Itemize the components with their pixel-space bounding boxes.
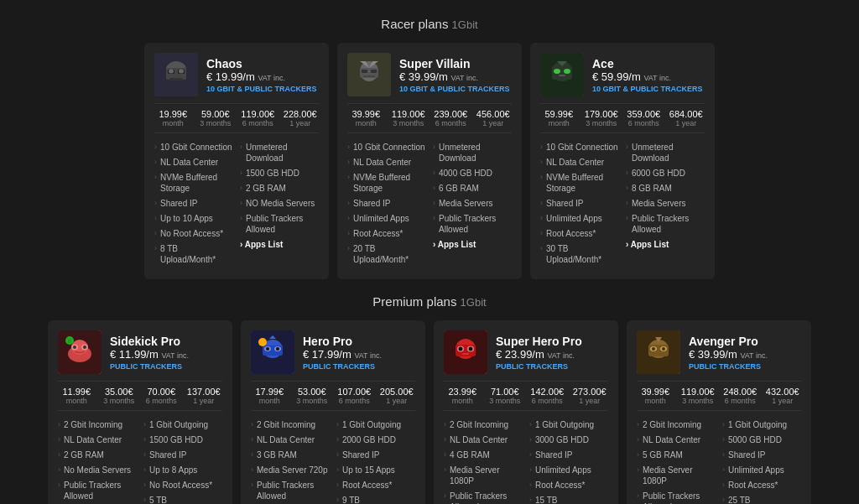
- pricing-cell-superhero-0[interactable]: 23.99€month: [444, 387, 482, 405]
- feature-right-chaos-3: › NO Media Servers: [240, 198, 319, 209]
- features-right-avenger: › 1 Gbit Outgoing› 5000 GB HDD› Shared I…: [722, 419, 801, 504]
- plan-price-sidekick: € 11.99/m VAT inc.: [110, 348, 222, 361]
- pricing-cell-avenger-1[interactable]: 119.00€3 months: [679, 387, 717, 405]
- features-left-hero: › 2 Gbit Incoming› NL Data Center› 3 GB …: [251, 419, 330, 504]
- pricing-cell-ace-1[interactable]: 179.00€3 months: [583, 109, 621, 127]
- feature-text: 5 TB Upload/Month*: [149, 495, 222, 504]
- pricing-cell-superhero-1[interactable]: 71.00€3 months: [487, 387, 524, 405]
- arrow-icon: ›: [336, 465, 339, 475]
- feature-text: No Root Access*: [149, 480, 212, 491]
- feature-right-superhero-3: › Unlimited Apps: [529, 465, 608, 475]
- plan-card-hero: Hero Pro€ 17.99/m VAT inc.PUBLIC TRACKER…: [241, 320, 425, 504]
- plan-badge-avenger: PUBLIC TRACKERS: [689, 362, 801, 371]
- pricing-cell-chaos-3[interactable]: 228.00€1 year: [282, 109, 320, 127]
- pricing-cell-sidekick-2[interactable]: 70.00€6 months: [143, 387, 180, 405]
- feature-text: Unmetered Download: [246, 142, 319, 164]
- plan-badge-hero: PUBLIC TRACKERS: [303, 362, 415, 371]
- arrow-icon: ›: [444, 491, 446, 501]
- feature-text: No Root Access*: [160, 228, 223, 239]
- svg-rect-13: [362, 70, 367, 73]
- arrow-icon: ›: [240, 214, 242, 224]
- pricing-cell-hero-3[interactable]: 205.00€1 year: [378, 387, 416, 405]
- pricing-cell-sidekick-3[interactable]: 137.00€1 year: [185, 387, 223, 405]
- feature-left-avenger-2: › 5 GB RAM: [637, 449, 716, 460]
- pricing-cell-sidekick-0[interactable]: 11.99€month: [58, 387, 96, 405]
- svg-rect-49: [462, 353, 469, 355]
- feature-right-hero-3: › Up to 15 Apps: [336, 465, 415, 475]
- feature-text: 1 Gbit Outgoing: [149, 419, 208, 430]
- feature-left-ace-6: › 30 TB Upload/Month*: [540, 243, 619, 265]
- arrow-icon: ›: [58, 465, 60, 475]
- features-right-hero: › 1 Gbit Outgoing› 2000 GB HDD› Shared I…: [336, 419, 415, 504]
- arrow-icon: ›: [347, 229, 350, 239]
- svg-point-38: [276, 347, 279, 351]
- plan-avatar-avenger: [637, 330, 680, 374]
- feature-text: NL Data Center: [643, 434, 700, 445]
- racer-plans-grid: Chaos€ 19.99/m VAT inc.10 GBIT & PUBLIC …: [8, 43, 851, 279]
- pricing-cell-superhero-3[interactable]: 273.00€1 year: [571, 387, 609, 405]
- feature-text: 8 GB RAM: [632, 183, 672, 194]
- plan-card-ace: Ace€ 59.99/m VAT inc.10 GBIT & PUBLIC TR…: [530, 43, 715, 279]
- features-grid-sidekick: › 2 Gbit Incoming› NL Data Center› 2 GB …: [58, 419, 222, 504]
- pricing-cell-villain-2[interactable]: 239.00€6 months: [432, 109, 470, 127]
- apps-list-link-right-ace[interactable]: › Apps List: [626, 239, 669, 250]
- feature-text: 2 Gbit Incoming: [450, 419, 508, 430]
- arrow-icon: ›: [637, 435, 639, 445]
- pricing-cell-ace-3[interactable]: 684.00€1 year: [668, 109, 705, 127]
- pricing-cell-hero-2[interactable]: 107.00€6 months: [336, 387, 373, 405]
- racer-title: Racer plans 1Gbit: [8, 17, 851, 31]
- feature-right-ace-0: › Unmetered Download: [626, 142, 705, 164]
- feature-right-villain-1: › 4000 GB HDD: [433, 168, 512, 179]
- feature-right-superhero-1: › 3000 GB HDD: [529, 434, 608, 445]
- arrow-icon: ›: [433, 214, 435, 224]
- feature-left-ace-3: › Shared IP: [540, 198, 619, 209]
- pricing-cell-chaos-1[interactable]: 59.00€3 months: [197, 109, 235, 127]
- feature-left-chaos-3: › Shared IP: [154, 198, 233, 209]
- feature-text: 6000 GB HDD: [632, 168, 685, 179]
- pricing-cell-chaos-0[interactable]: 19.99€month: [154, 109, 192, 127]
- feature-text: 2000 GB HDD: [342, 434, 396, 445]
- feature-text: Shared IP: [160, 198, 197, 209]
- plan-info-villain: Super Villain€ 39.99/m VAT inc.10 GBIT &…: [399, 57, 512, 93]
- feature-text: 10 Gbit Connection: [546, 142, 618, 153]
- feature-right-hero-2: › Shared IP: [336, 449, 415, 460]
- pricing-row-sidekick: 11.99€month35.00€3 months70.00€6 months1…: [58, 381, 222, 411]
- pricing-cell-hero-0[interactable]: 17.99€month: [251, 387, 289, 405]
- feature-right-avenger-4: › Root Access*: [722, 480, 801, 491]
- plan-badge-chaos: 10 GBIT & PUBLIC TRACKERS: [206, 85, 319, 93]
- pricing-cell-avenger-0[interactable]: 39.99€month: [637, 387, 674, 405]
- plan-avatar-superhero: [444, 330, 487, 374]
- feature-text: Root Access*: [353, 228, 403, 239]
- arrow-icon: ›: [433, 199, 435, 209]
- feature-left-sidekick-2: › 2 GB RAM: [58, 449, 137, 460]
- feature-left-avenger-1: › NL Data Center: [637, 434, 716, 445]
- apps-list-link-right-chaos[interactable]: › Apps List: [240, 239, 283, 250]
- pricing-cell-avenger-2[interactable]: 248.00€6 months: [721, 387, 759, 405]
- feature-left-villain-3: › Shared IP: [347, 198, 426, 209]
- pricing-cell-avenger-3[interactable]: 432.00€1 year: [764, 387, 802, 405]
- plan-card-avenger: Avenger Pro€ 39.99/m VAT inc.PUBLIC TRAC…: [627, 320, 811, 504]
- feature-right-avenger-1: › 5000 GB HDD: [722, 434, 801, 445]
- features-right-superhero: › 1 Gbit Outgoing› 3000 GB HDD› Shared I…: [529, 419, 608, 504]
- pricing-cell-ace-0[interactable]: 59.99€month: [540, 109, 578, 127]
- pricing-cell-villain-0[interactable]: 39.99€month: [347, 109, 385, 127]
- pricing-cell-chaos-2[interactable]: 119.00€6 months: [239, 109, 277, 127]
- arrow-icon: ›: [347, 143, 350, 153]
- pricing-row-villain: 39.99€month119.00€3 months239.00€6 month…: [347, 103, 512, 133]
- pricing-cell-villain-3[interactable]: 456.00€1 year: [475, 109, 513, 127]
- feature-left-ace-1: › NL Data Center: [540, 157, 619, 168]
- feature-left-chaos-6: › 8 TB Upload/Month*: [154, 243, 233, 265]
- plan-card-chaos: Chaos€ 19.99/m VAT inc.10 GBIT & PUBLIC …: [144, 43, 329, 279]
- feature-right-ace-1: › 6000 GB HDD: [626, 168, 705, 179]
- arrow-icon: ›: [722, 420, 725, 430]
- pricing-cell-superhero-2[interactable]: 142.00€6 months: [528, 387, 566, 405]
- feature-right-chaos-1: › 1500 GB HDD: [240, 168, 319, 179]
- pricing-cell-hero-1[interactable]: 53.00€3 months: [294, 387, 331, 405]
- pricing-cell-villain-1[interactable]: 119.00€3 months: [390, 109, 428, 127]
- feature-text: 10 Gbit Connection: [160, 142, 232, 153]
- feature-left-superhero-1: › NL Data Center: [444, 434, 523, 445]
- pricing-cell-ace-2[interactable]: 359.00€6 months: [625, 109, 663, 127]
- feature-right-sidekick-3: › Up to 8 Apps: [143, 465, 222, 475]
- pricing-cell-sidekick-1[interactable]: 35.00€3 months: [101, 387, 138, 405]
- apps-list-link-right-villain[interactable]: › Apps List: [433, 239, 476, 250]
